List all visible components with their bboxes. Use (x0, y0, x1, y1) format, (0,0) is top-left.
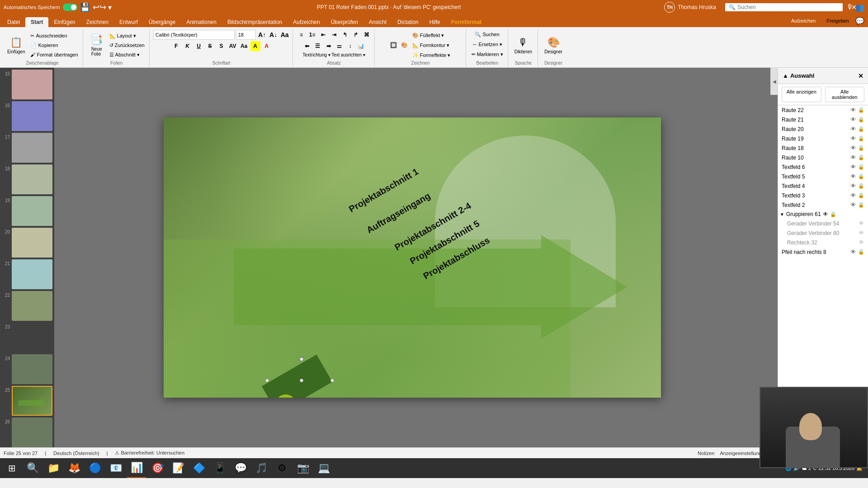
taskbar-powerpoint[interactable]: 📊 (127, 458, 146, 478)
lock-icon-raute21[interactable]: 🔒 (858, 117, 864, 122)
taskbar-app3[interactable]: 📱 (210, 458, 230, 478)
lock-icon-tf6[interactable]: 🔒 (858, 164, 864, 170)
tab-animationen[interactable]: Animationen (181, 17, 222, 27)
panel-item-verbinder80[interactable]: Gerader Verbinder 80 👁 (778, 228, 868, 238)
panel-item-raute10[interactable]: Raute 10 👁 🔒 (778, 153, 868, 162)
visibility-icon-v80[interactable]: 👁 (859, 230, 864, 236)
bullets-button[interactable]: ≡ (297, 30, 307, 40)
tab-ansicht[interactable]: Ansicht (363, 17, 392, 27)
taskbar-chrome[interactable]: 🔵 (85, 458, 105, 478)
columns-button[interactable]: ⌘ (362, 30, 372, 40)
visibility-icon-tf6[interactable]: 👁 (850, 164, 856, 170)
visibility-icon-raute21[interactable]: 👁 (850, 116, 856, 123)
font-color-button[interactable]: A (262, 41, 272, 51)
indent-more-button[interactable]: ⇥ (329, 30, 339, 40)
lock-icon-raute18[interactable]: 🔒 (858, 145, 864, 151)
panel-item-pfeil8[interactable]: Pfeil nach rechts 8 👁 🔒 (778, 247, 868, 257)
decrease-font-button[interactable]: A↓ (269, 30, 278, 40)
form-kontur-button[interactable]: 📐 Formkontur ▾ (410, 41, 453, 50)
taskbar-camera[interactable]: 📷 (293, 458, 313, 478)
visibility-icon-raute18[interactable]: 👁 (850, 145, 856, 151)
tab-formformat[interactable]: Formformat (446, 17, 487, 27)
replace-button[interactable]: ↔ Ersetzen ▾ (470, 40, 504, 49)
lock-icon-raute20[interactable]: 🔒 (858, 126, 864, 132)
taskbar-search[interactable]: 🔍 (23, 458, 42, 478)
indent-less-button[interactable]: ⇤ (318, 30, 328, 40)
save-icon[interactable]: 💾 (80, 2, 90, 12)
tab-start[interactable]: Start (25, 17, 48, 27)
slide-26[interactable] (12, 418, 52, 447)
slide-25[interactable] (12, 386, 52, 416)
format-copy-button[interactable]: 🖌 Format übertragen (28, 50, 80, 59)
taskbar-firefox[interactable]: 🦊 (64, 458, 84, 478)
rtl-button[interactable]: ↰ (340, 30, 350, 40)
new-slide-button[interactable]: 📑 NeueFolie (87, 32, 107, 58)
arrange-button[interactable]: 🔲 (389, 40, 399, 50)
clear-format-button[interactable]: Aa (280, 30, 290, 40)
slide-20[interactable] (12, 228, 52, 258)
visibility-icon-tf5[interactable]: 👁 (850, 173, 856, 180)
slide-thumb-23[interactable]: 23 (2, 323, 52, 352)
panel-item-textfeld3[interactable]: Textfeld 3 👁 🔒 (778, 191, 868, 200)
tab-ueberprufen[interactable]: Überprüfen (326, 17, 363, 27)
tab-bildschirmpraeentation[interactable]: Bildschirmpräsentation (222, 17, 288, 27)
visibility-icon-tf2[interactable]: 👁 (850, 202, 856, 208)
tab-aufzeichen[interactable]: Aufzeichen (288, 17, 325, 27)
ltr-button[interactable]: ↱ (351, 30, 361, 40)
minimize-button[interactable]: ─ (798, 0, 819, 14)
tab-zeichnen[interactable]: Zeichnen (81, 17, 114, 27)
slide-21[interactable] (12, 259, 52, 289)
comments-icon[interactable]: 💬 (855, 17, 864, 25)
group-header-61[interactable]: ▼ Gruppieren 61 👁 🔒 (778, 210, 868, 219)
lock-icon-tf2[interactable]: 🔒 (858, 202, 864, 208)
panel-item-raute20[interactable]: Raute 20 👁 🔒 (778, 124, 868, 134)
italic-button[interactable]: K (183, 41, 193, 51)
align-left-button[interactable]: ⬅ (302, 41, 312, 51)
justify-button[interactable]: ⚌ (335, 41, 344, 51)
visibility-icon-tf3[interactable]: 👁 (850, 192, 856, 199)
search-button[interactable]: 🔍 Suchen (473, 30, 501, 39)
layout-button[interactable]: 📐 Layout ▾ (108, 31, 146, 40)
visibility-icon-p8[interactable]: 👁 (850, 249, 856, 255)
slide-thumb-25[interactable]: 25 (2, 386, 52, 416)
tab-dictation[interactable]: Dictation (392, 17, 424, 27)
undo-icon[interactable]: ↩ (93, 2, 99, 12)
close-button[interactable]: ✕ (844, 0, 864, 14)
slide-thumb-18[interactable]: 18 (2, 164, 52, 194)
lock-icon-raute22[interactable]: 🔒 (858, 107, 864, 113)
slide-18[interactable] (12, 164, 52, 194)
quick-styles-button[interactable]: 🎨 (400, 40, 410, 50)
lock-icon-g61[interactable]: 🔒 (830, 211, 836, 217)
taskbar-app5[interactable]: 💻 (314, 458, 334, 478)
dictate-button[interactable]: 🎙 Diktieren (512, 35, 535, 56)
increase-font-button[interactable]: A↑ (257, 30, 267, 40)
hide-all-button[interactable]: Alle ausblenden (825, 87, 865, 102)
lock-icon-tf4[interactable]: 🔒 (858, 183, 864, 189)
panel-item-raute21[interactable]: Raute 21 👁 🔒 (778, 115, 868, 124)
reset-button[interactable]: ↺ Zurücksetzen (108, 41, 146, 50)
restore-button[interactable]: ❐ (821, 0, 842, 14)
panel-item-rechteck32[interactable]: Rechteck 32 👁 (778, 238, 868, 247)
autosave-toggle[interactable] (63, 4, 77, 11)
slide-thumb-21[interactable]: 21 (2, 259, 52, 289)
taskbar-app1[interactable]: 🎯 (147, 458, 167, 478)
slide-thumb-19[interactable]: 19 (2, 196, 52, 226)
bold-button[interactable]: F (171, 41, 181, 51)
panel-collapse-button[interactable]: ◀ (770, 68, 778, 95)
start-button[interactable]: ⊞ (2, 458, 22, 478)
tab-entwurf[interactable]: Entwurf (114, 17, 143, 27)
align-center-button[interactable]: ☰ (313, 41, 323, 51)
lock-icon-p8[interactable]: 🔒 (858, 249, 864, 255)
visibility-icon-tf4[interactable]: 👁 (850, 183, 856, 189)
fill-effect-button[interactable]: 🎨 Fülleffekt ▾ (410, 31, 453, 40)
highlight-button[interactable]: A (250, 41, 260, 51)
font-size-input[interactable] (236, 30, 256, 40)
panel-expand-icon[interactable]: ▲ (783, 72, 788, 79)
tab-datei[interactable]: Datei (2, 17, 25, 27)
slide-thumb-15[interactable]: 15 (2, 70, 52, 99)
slide-thumb-20[interactable]: 20 (2, 228, 52, 258)
underline-button[interactable]: U (194, 41, 204, 51)
panel-item-textfeld4[interactable]: Textfeld 4 👁 🔒 (778, 181, 868, 191)
slide-thumb-16[interactable]: 16 (2, 101, 52, 131)
visibility-icon-raute20[interactable]: 👁 (850, 126, 856, 132)
